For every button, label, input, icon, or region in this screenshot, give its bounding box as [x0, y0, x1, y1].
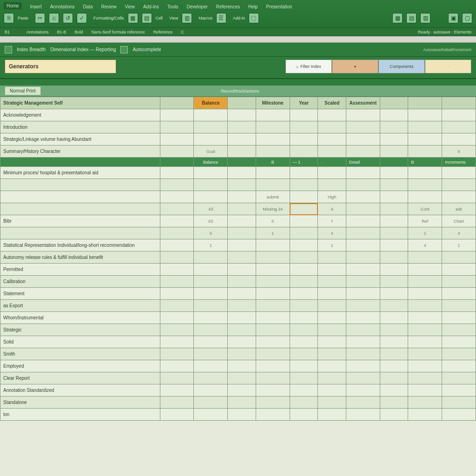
ribbon-tab-addins[interactable]: Add-ins — [143, 4, 159, 9]
table-row: Strategic — [0, 324, 476, 336]
table-row: Acknowledgement — [0, 109, 476, 121]
view-tab-normal[interactable]: Normal Print — [5, 86, 41, 95]
addin-icon[interactable]: ⬚ — [249, 13, 259, 23]
cell[interactable]: Summary/History Character — [0, 145, 160, 158]
cell-icon[interactable]: ▤ — [142, 13, 152, 23]
filter-strip: ⌕ Filter Index ▾ Components · — [285, 60, 471, 73]
macros-icon[interactable]: ☰ — [216, 13, 226, 23]
table-row — [0, 179, 476, 191]
table-row: 43 Missing 24 4 Cont ask — [0, 203, 476, 215]
sub-formula[interactable]: Sans-Serif formula reference — [92, 30, 145, 34]
table-row: lon — [0, 409, 476, 421]
table-row: Strategic/Linkage volume having Abundant — [0, 133, 476, 145]
table-row: Annotation Standardized — [0, 384, 476, 397]
page-icon[interactable]: ▥ — [420, 13, 430, 23]
cell[interactable]: Acknowledgement — [0, 109, 160, 121]
cell[interactable]: Goal — [194, 145, 228, 158]
table-row: Whom/Instrumental — [0, 312, 476, 324]
table-row: Summary/History CharacterGoal0 — [0, 145, 476, 158]
col-header-4[interactable]: Milestone — [256, 97, 290, 109]
dot-icon: · — [448, 64, 449, 69]
table-row: Statement — [0, 288, 476, 300]
undo-icon[interactable]: ↺ — [63, 13, 73, 23]
scroll-gutter — [0, 36, 476, 43]
col-header-10[interactable] — [442, 97, 476, 109]
col-header-0[interactable]: Strategic Management Self — [0, 97, 160, 109]
ribbon: Home Insert Annotations Data Review View… — [0, 0, 476, 36]
spreadsheet-grid[interactable]: Strategic Management Self Balance Milest… — [0, 97, 476, 421]
addin-label: Add-in — [233, 16, 245, 20]
filter-btn-sort[interactable]: ▾ — [332, 60, 378, 73]
format-cells-icon[interactable]: ▦ — [128, 13, 138, 23]
ribbon-tab-tools[interactable]: Tools — [167, 4, 178, 9]
window-a-icon[interactable]: ▣ — [448, 13, 458, 23]
crumb-3[interactable]: Autocomplete — [132, 47, 161, 52]
table-row: submit High — [0, 191, 476, 203]
ribbon-tab-presentation[interactable]: Presentation — [266, 4, 292, 9]
filter-label-2: Components — [390, 64, 413, 69]
ribbon-tab-help[interactable]: Help — [248, 4, 258, 9]
context-icon[interactable] — [5, 46, 12, 53]
col-header-8[interactable] — [380, 97, 408, 109]
check-icon[interactable]: ✓ — [77, 13, 87, 23]
sub-annot[interactable]: Annotations — [26, 30, 49, 34]
table-row: Permitted — [0, 264, 476, 276]
cell[interactable]: Strategic/Linkage volume having Abundant — [0, 133, 160, 145]
secondary-right: Record/track/actions — [221, 89, 259, 93]
ribbon-tab-references[interactable]: References — [216, 4, 240, 9]
table-row: 9 1 4 1 4 — [0, 227, 476, 239]
ribbon-tab-developer[interactable]: Developer — [186, 4, 208, 9]
filter-label-0: Filter Index — [300, 64, 321, 69]
table-row: Calibration — [0, 276, 476, 288]
selected-cell[interactable] — [290, 203, 318, 215]
sub-b1[interactable]: B1 — [5, 30, 10, 34]
grid-icon[interactable]: ▦ — [392, 13, 403, 23]
cell[interactable]: Minimum proces/ hospital & presentationa… — [0, 167, 160, 179]
crumb-1[interactable]: Dimensional Index — Reporting — [50, 47, 116, 52]
sub-right-info: Ready · autosave · Elements — [418, 30, 471, 34]
col-header-3[interactable] — [228, 97, 256, 109]
ribbon-body: ⎘ Paste ✂ ⎌ ↺ ✓ Formatting/Cells ▦ ▤ Cel… — [0, 9, 476, 28]
sub-b1b[interactable]: B1-B — [57, 30, 66, 34]
sheet-title[interactable]: Generators — [5, 60, 116, 73]
sub-reference[interactable]: Reference — [153, 30, 173, 34]
filter-btn-components[interactable]: Components — [378, 60, 425, 73]
context-bar: Index Breadth Dimensional Index — Report… — [0, 43, 476, 57]
ribbon-tabs: Home Insert Annotations Data Review View… — [0, 0, 476, 9]
table-row: Minimum proces/ hospital & presentationa… — [0, 167, 476, 179]
col-header-7[interactable]: Assessment — [346, 97, 380, 109]
context-icon-2[interactable] — [120, 46, 128, 53]
ribbon-tab-review[interactable]: Review — [101, 4, 117, 9]
ribbon-subbar: B1 Annotations B1-B Bold Sans-Serif form… — [0, 28, 476, 36]
filter-btn-extra[interactable]: · — [425, 60, 471, 73]
doc-icon[interactable]: ▤ — [406, 13, 416, 23]
col-header-9[interactable] — [408, 97, 442, 109]
paste-icon[interactable]: ⎘ — [4, 13, 14, 23]
view-icon[interactable]: ▥ — [182, 13, 192, 23]
cut-icon[interactable]: ✂ — [35, 13, 45, 23]
context-right: Autosave/Initial/Increment — [423, 47, 471, 52]
ribbon-tab-insert[interactable]: Insert — [30, 4, 42, 9]
ribbon-tab-home[interactable]: Home — [4, 2, 22, 9]
sub-bold[interactable]: Bold — [75, 30, 83, 34]
window-b-icon[interactable]: ▢ — [462, 13, 472, 23]
table-row: Clear Report — [0, 372, 476, 384]
table-row: as Export — [0, 300, 476, 312]
cell[interactable]: Introduction — [0, 121, 160, 133]
copy-icon[interactable]: ⎌ — [49, 13, 59, 23]
ribbon-tab-annotations[interactable]: Annotations — [50, 4, 75, 9]
title-bar: Generators ⌕ Filter Index ▾ Components · — [0, 57, 476, 79]
table-row: Autonomy release rules & fulfill individ… — [0, 251, 476, 264]
sub-c[interactable]: C — [181, 30, 184, 34]
ribbon-tab-view[interactable]: View — [125, 4, 135, 9]
crumb-0[interactable]: Index Breadth — [17, 47, 46, 52]
col-header-1[interactable] — [160, 97, 194, 109]
table-row: Statistical Representation Individual/lo… — [0, 239, 476, 251]
col-header-5[interactable]: Year — [290, 97, 318, 109]
filter-btn-index[interactable]: ⌕ Filter Index — [285, 60, 332, 73]
col-header-2[interactable]: Balance — [194, 97, 228, 109]
table-row: Employed — [0, 360, 476, 372]
table-row: Solid — [0, 336, 476, 348]
col-header-6[interactable]: Scaled — [318, 97, 346, 109]
ribbon-tab-data[interactable]: Data — [83, 4, 93, 9]
